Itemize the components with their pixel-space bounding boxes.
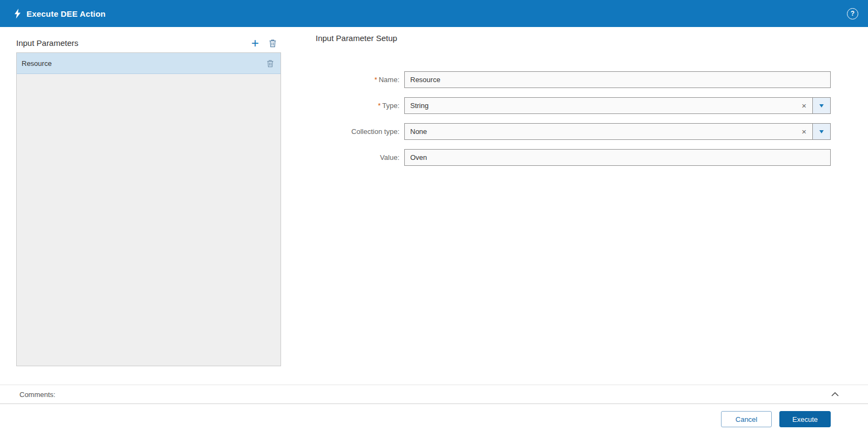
collection-type-field: × [404,123,831,140]
collection-type-input[interactable] [405,124,796,139]
clear-icon[interactable]: × [796,98,812,113]
collection-type-row: Collection type: × [316,123,831,140]
chevron-up-icon [831,392,839,396]
help-icon[interactable]: ? [847,8,858,19]
setup-title: Input Parameter Setup [316,33,831,45]
value-label: Value: [316,153,404,162]
caret-down-icon [819,104,824,107]
execute-button[interactable]: Execute [779,411,831,427]
input-parameters-panel: Input Parameters + Resource [16,33,281,366]
comments-label: Comments: [19,391,55,399]
input-parameters-title: Input Parameters [16,38,78,48]
type-dropdown-button[interactable] [812,98,830,113]
type-input[interactable] [405,98,796,113]
name-input[interactable] [405,72,830,88]
delete-parameter-button[interactable] [269,39,277,48]
lightning-icon [14,9,21,19]
input-parameter-setup-panel: Input Parameter Setup *Name: *Type: × Co… [316,33,831,175]
clear-icon[interactable]: × [796,124,812,139]
add-parameter-button[interactable]: + [251,38,259,49]
trash-icon [269,39,277,48]
list-item[interactable]: Resource [17,53,281,74]
dialog-header: Execute DEE Action ? [0,0,868,27]
type-label: *Type: [316,102,404,110]
type-row: *Type: × [316,97,831,114]
dialog-title: Execute DEE Action [26,9,105,18]
list-item-label: Resource [22,59,52,68]
value-input[interactable] [405,150,830,165]
caret-down-icon [819,130,824,133]
collection-type-label: Collection type: [316,127,404,136]
name-row: *Name: [316,71,831,88]
delete-row-button[interactable] [266,59,274,68]
parameters-toolbar: Input Parameters + [16,33,281,52]
name-field [404,71,831,88]
trash-icon [266,59,274,68]
collection-type-dropdown-button[interactable] [812,124,830,139]
cancel-button[interactable]: Cancel [721,411,772,427]
collapse-comments-button[interactable] [831,392,839,396]
type-field: × [404,97,831,114]
value-row: Value: [316,149,831,166]
comments-bar: Comments: [0,385,868,404]
parameter-list: Resource [16,52,281,366]
required-marker: * [375,76,377,84]
name-label: *Name: [316,76,404,84]
required-marker: * [378,102,380,110]
value-field [404,149,831,166]
